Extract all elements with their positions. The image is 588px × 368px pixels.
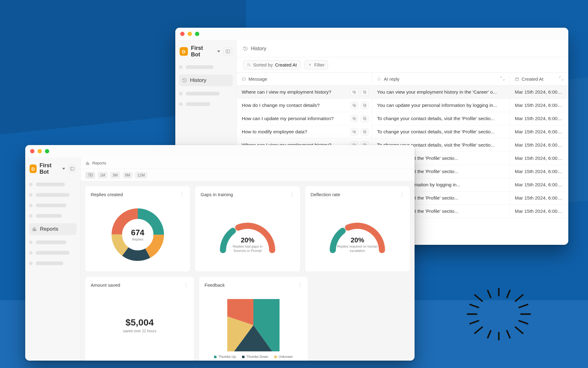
created-at-cell: Mar 15th 2024, 6:00am bbox=[510, 178, 568, 191]
svg-rect-27 bbox=[364, 118, 366, 120]
copy-message-button[interactable] bbox=[361, 128, 369, 135]
sidebar-item-history[interactable]: History bbox=[179, 75, 233, 86]
created-at-cell: Mar 15th 2024, 6:00am bbox=[510, 99, 568, 112]
donut-center-value: 674 bbox=[131, 228, 144, 237]
bot-switcher[interactable]: D First Bot bbox=[179, 44, 233, 60]
page-title: History bbox=[251, 46, 266, 51]
range-button-12m[interactable]: 12M bbox=[135, 172, 147, 179]
svg-rect-38 bbox=[86, 163, 87, 164]
range-button-3m[interactable]: 3M bbox=[110, 172, 120, 179]
page-header: Reports bbox=[81, 157, 415, 169]
card-title: Feedback bbox=[205, 282, 225, 288]
card-deflection-rate: Deflection rate ⋮ 2 bbox=[305, 186, 410, 272]
sort-chip[interactable]: Sorted by Created At bbox=[243, 60, 300, 70]
close-window-button[interactable] bbox=[30, 149, 34, 153]
svg-line-13 bbox=[519, 305, 528, 308]
table-row[interactable]: How do I change my contact details?You c… bbox=[237, 99, 568, 112]
column-header-label: Message bbox=[248, 76, 267, 82]
svg-rect-35 bbox=[33, 229, 34, 231]
expand-column-icon[interactable] bbox=[559, 76, 563, 82]
sparkle-icon bbox=[377, 77, 381, 81]
svg-rect-39 bbox=[87, 162, 88, 164]
open-conversation-button[interactable] bbox=[350, 88, 358, 96]
table-row[interactable]: Where can I view my employment history?Y… bbox=[237, 86, 568, 99]
filter-chip[interactable]: Filter bbox=[304, 60, 328, 70]
donut-center-label: Replies bbox=[132, 237, 143, 241]
sidebar-item-placeholder bbox=[179, 91, 233, 97]
created-at-cell: Mar 15th 2024, 6:00am bbox=[510, 125, 568, 138]
svg-rect-25 bbox=[364, 105, 366, 107]
ai-reply-cell: You can view your employment history in … bbox=[372, 86, 510, 99]
open-conversation-button[interactable] bbox=[350, 115, 358, 122]
svg-line-14 bbox=[470, 321, 479, 324]
copy-message-button[interactable] bbox=[361, 115, 369, 122]
bot-avatar: D bbox=[180, 47, 188, 56]
open-conversation-button[interactable] bbox=[350, 102, 358, 109]
gauge-label: Replies had gaps in Sources or Prompt bbox=[226, 244, 269, 253]
toggle-sidebar-button[interactable] bbox=[223, 47, 232, 55]
calendar-icon bbox=[515, 77, 519, 81]
legend-item: Thumbs Up bbox=[214, 355, 236, 358]
close-window-button[interactable] bbox=[180, 32, 185, 36]
card-menu-button[interactable]: ⋮ bbox=[184, 282, 189, 288]
svg-line-5 bbox=[515, 295, 523, 301]
svg-line-10 bbox=[488, 331, 491, 338]
copy-message-button[interactable] bbox=[361, 88, 369, 96]
svg-line-7 bbox=[515, 327, 523, 333]
toggle-sidebar-button[interactable] bbox=[68, 165, 76, 173]
column-header-created-at[interactable]: Created At bbox=[510, 73, 568, 85]
svg-line-4 bbox=[475, 295, 482, 301]
copy-message-button[interactable] bbox=[361, 102, 369, 109]
created-at-cell: Mar 15th 2024, 6:00am bbox=[510, 192, 568, 204]
card-menu-button[interactable]: ⋮ bbox=[290, 192, 295, 197]
sidebar-item-placeholder bbox=[179, 101, 233, 107]
range-button-7d[interactable]: 7D bbox=[85, 172, 95, 179]
svg-line-6 bbox=[475, 327, 482, 333]
range-button-6m[interactable]: 6M bbox=[123, 172, 133, 179]
filter-label: Filter bbox=[314, 62, 324, 67]
card-menu-button[interactable]: ⋮ bbox=[399, 192, 404, 197]
column-header-ai-reply[interactable]: AI reply bbox=[372, 73, 510, 85]
sort-field: Created At bbox=[275, 62, 297, 67]
open-conversation-button[interactable] bbox=[350, 128, 358, 135]
svg-line-15 bbox=[519, 321, 528, 324]
window-titlebar bbox=[175, 28, 568, 40]
zoom-window-button[interactable] bbox=[195, 32, 199, 36]
svg-rect-19 bbox=[515, 78, 519, 80]
column-header-label: Created At bbox=[522, 76, 543, 82]
replies-donut-chart: 674 Replies bbox=[110, 207, 165, 262]
created-at-cell: Mar 15th 2024, 6:00am bbox=[510, 139, 568, 152]
svg-rect-28 bbox=[363, 117, 365, 119]
reports-window: D First Bot Reports Reports bbox=[25, 145, 415, 361]
gaps-gauge-chart: 20% Replies had gaps in Sources or Promp… bbox=[214, 213, 281, 256]
sidebar-item-placeholder bbox=[29, 260, 77, 266]
message-icon bbox=[242, 77, 246, 81]
zoom-window-button[interactable] bbox=[45, 149, 49, 153]
card-menu-button[interactable]: ⋮ bbox=[297, 282, 302, 288]
feedback-pie-chart bbox=[227, 299, 280, 351]
svg-rect-30 bbox=[363, 130, 365, 132]
card-menu-button[interactable]: ⋮ bbox=[180, 192, 185, 197]
svg-rect-16 bbox=[226, 50, 230, 53]
date-range-tabs: 7D1M3M6M12M bbox=[81, 169, 415, 181]
amount-saved-label: saved over 22 hours bbox=[123, 329, 157, 333]
feedback-legend: Thumbs Up Thumbs Down Unknown bbox=[205, 353, 302, 358]
expand-column-icon[interactable] bbox=[500, 76, 505, 82]
minimize-window-button[interactable] bbox=[38, 149, 42, 153]
table-row[interactable]: How to modify employee data?To change yo… bbox=[237, 125, 568, 139]
bot-switcher[interactable]: D First Bot bbox=[29, 162, 77, 177]
sidebar-item-reports[interactable]: Reports bbox=[29, 223, 77, 235]
sparkle-decoration bbox=[462, 288, 536, 340]
column-header-label: AI reply bbox=[384, 76, 399, 82]
gauge-label: Replies required no human escalation bbox=[336, 244, 379, 253]
page-title: Reports bbox=[92, 161, 106, 165]
minimize-window-button[interactable] bbox=[188, 32, 192, 36]
svg-rect-26 bbox=[363, 104, 365, 106]
message-cell: How do I change my contact details? bbox=[237, 99, 372, 112]
bar-chart-icon bbox=[85, 161, 90, 165]
deflection-gauge-chart: 20% Replies required no human escalation bbox=[324, 213, 391, 256]
range-button-1m[interactable]: 1M bbox=[97, 172, 108, 179]
column-header-message[interactable]: Message bbox=[237, 73, 372, 85]
table-row[interactable]: How can I update my personal information… bbox=[237, 112, 568, 125]
svg-rect-33 bbox=[70, 167, 74, 171]
